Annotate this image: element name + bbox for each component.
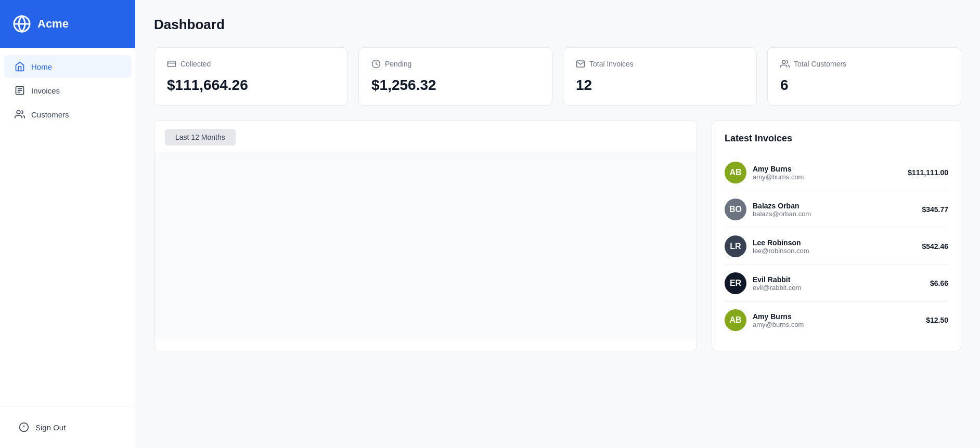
invoice-name-3: Evil Rabbit	[753, 275, 924, 284]
invoice-item: AB Amy Burns amy@burns.com $111,111.00	[725, 154, 948, 191]
chart-area: Last 12 Months	[154, 120, 697, 351]
invoice-name-4: Amy Burns	[753, 312, 920, 321]
home-icon	[15, 61, 25, 72]
sidebar-logo: Acme	[0, 0, 135, 48]
stat-total-invoices-header: Total Invoices	[576, 59, 744, 69]
chart-filter-button[interactable]: Last 12 Months	[165, 129, 236, 146]
logo-text: Acme	[37, 17, 69, 31]
invoice-amount-4: $12.50	[926, 316, 948, 324]
invoice-amount-0: $111,111.00	[908, 168, 948, 177]
stat-pending-value: $1,256.32	[371, 77, 539, 94]
sidebar-nav: Home Invoices Customers	[0, 48, 135, 406]
invoice-info-4: Amy Burns amy@burns.com	[753, 312, 920, 328]
stat-pending: Pending $1,256.32	[358, 47, 552, 106]
sidebar-item-customers-label: Customers	[31, 110, 69, 119]
invoice-amount-2: $542.46	[922, 242, 948, 251]
invoice-icon	[15, 85, 25, 96]
signout-section: Sign Out	[0, 406, 135, 448]
sidebar-item-home[interactable]: Home	[4, 55, 131, 78]
invoice-avatar-3: ER	[725, 272, 746, 294]
page-title: Dashboard	[154, 17, 961, 33]
invoice-info-1: Balazs Orban balazs@orban.com	[753, 202, 915, 218]
invoice-email-0: amy@burns.com	[753, 173, 901, 181]
sidebar-item-home-label: Home	[31, 62, 52, 71]
stat-total-invoices: Total Invoices 12	[563, 47, 757, 106]
invoice-item: BO Balazs Orban balazs@orban.com $345.77	[725, 191, 948, 228]
stat-collected-label: Collected	[180, 60, 211, 68]
invoice-amount-1: $345.77	[922, 205, 948, 214]
invoice-email-1: balazs@orban.com	[753, 210, 915, 218]
main-content: Dashboard Collected $111,664.26 Pending	[135, 0, 980, 448]
invoice-name-0: Amy Burns	[753, 165, 901, 173]
sidebar-item-invoices-label: Invoices	[31, 86, 60, 95]
invoice-email-3: evil@rabbit.com	[753, 284, 924, 292]
invoice-email-4: amy@burns.com	[753, 321, 920, 328]
invoice-item: LR Lee Robinson lee@robinson.com $542.46	[725, 228, 948, 265]
stats-grid: Collected $111,664.26 Pending $1,256.32	[154, 47, 961, 106]
sidebar: Acme Home Invoices	[0, 0, 135, 448]
invoice-avatar-1: BO	[725, 199, 746, 220]
stat-total-customers-label: Total Customers	[794, 60, 846, 68]
stat-total-customers: Total Customers 6	[767, 47, 961, 106]
stat-total-invoices-label: Total Invoices	[589, 60, 634, 68]
invoice-info-0: Amy Burns amy@burns.com	[753, 165, 901, 181]
stat-collected-header: Collected	[167, 59, 335, 69]
stat-total-customers-value: 6	[780, 77, 948, 94]
globe-icon	[12, 15, 31, 33]
invoice-name-1: Balazs Orban	[753, 202, 915, 210]
svg-rect-10	[168, 61, 176, 67]
invoice-email-2: lee@robinson.com	[753, 247, 915, 255]
invoices-panel-title: Latest Invoices	[725, 133, 948, 144]
invoices-panel: Latest Invoices AB Amy Burns amy@burns.c…	[712, 120, 961, 351]
svg-point-6	[17, 111, 20, 114]
invoice-info-3: Evil Rabbit evil@rabbit.com	[753, 275, 924, 292]
invoice-avatar-4: AB	[725, 309, 746, 331]
stat-pending-label: Pending	[385, 60, 411, 68]
invoice-item: ER Evil Rabbit evil@rabbit.com $6.66	[725, 265, 948, 302]
invoice-avatar-0: AB	[725, 162, 746, 183]
pending-icon	[371, 59, 381, 69]
stat-total-customers-header: Total Customers	[780, 59, 948, 69]
signout-button[interactable]: Sign Out	[8, 416, 127, 439]
lower-section: Last 12 Months Latest Invoices AB Amy Bu…	[154, 120, 961, 351]
svg-point-13	[782, 60, 785, 63]
total-customers-icon	[780, 59, 790, 69]
stat-collected: Collected $111,664.26	[154, 47, 348, 106]
chart-placeholder	[154, 152, 697, 339]
invoices-count-icon	[576, 59, 585, 69]
collected-icon	[167, 59, 176, 69]
signout-label: Sign Out	[35, 423, 66, 432]
chart-filter: Last 12 Months	[154, 121, 697, 146]
invoices-list: AB Amy Burns amy@burns.com $111,111.00 B…	[725, 154, 948, 338]
stat-total-invoices-value: 12	[576, 77, 744, 94]
invoice-amount-3: $6.66	[930, 279, 948, 287]
invoice-info-2: Lee Robinson lee@robinson.com	[753, 239, 915, 255]
invoice-item: AB Amy Burns amy@burns.com $12.50	[725, 302, 948, 338]
customers-icon	[15, 109, 25, 120]
sidebar-item-customers[interactable]: Customers	[4, 103, 131, 126]
sidebar-item-invoices[interactable]: Invoices	[4, 79, 131, 102]
stat-collected-value: $111,664.26	[167, 77, 335, 94]
invoice-avatar-2: LR	[725, 235, 746, 257]
stat-pending-header: Pending	[371, 59, 539, 69]
invoice-name-2: Lee Robinson	[753, 239, 915, 247]
signout-icon	[19, 422, 29, 432]
